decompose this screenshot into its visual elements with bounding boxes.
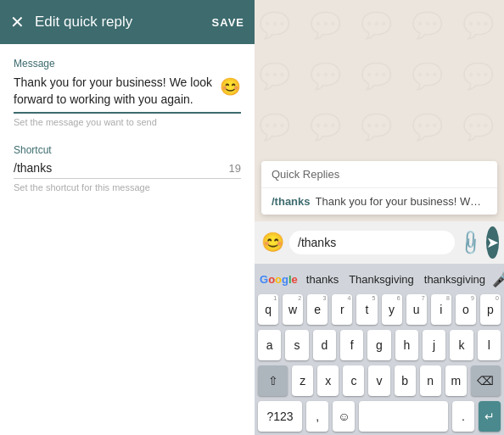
space-key[interactable] (359, 401, 447, 432)
key-row-2: a s d f g h j k l (258, 330, 501, 360)
key-w[interactable]: w2 (283, 294, 303, 325)
google-logo: Google (260, 273, 298, 286)
send-button[interactable]: ➤ (486, 226, 499, 259)
key-s[interactable]: s (285, 330, 308, 360)
quick-replies-popup: Quick Replies /thanks Thank you for your… (261, 161, 497, 215)
quick-reply-text: Thank you for your business! We look for… (316, 195, 487, 208)
chat-input-bar: 😊 📎 ➤ (255, 221, 504, 264)
key-g[interactable]: g (367, 330, 390, 360)
key-y[interactable]: y6 (382, 294, 402, 325)
key-c[interactable]: c (343, 365, 364, 396)
close-icon[interactable]: ✕ (10, 12, 25, 32)
bottom-key-row: ?123 , ☺ . ↵ (256, 401, 502, 435)
key-rows: q1 w2 e3 r4 t5 y6 u7 i8 o9 p0 a s d f g … (256, 291, 502, 401)
mic-icon[interactable]: 🎤 (492, 270, 504, 288)
key-d[interactable]: d (313, 330, 336, 360)
key-b[interactable]: b (395, 365, 416, 396)
save-button[interactable]: SAVE (212, 16, 244, 29)
key-a[interactable]: a (258, 330, 281, 360)
key-p[interactable]: p0 (480, 294, 501, 325)
suggestions-bar: Google thanks Thanksgiving thanksgiving … (256, 267, 502, 291)
page-title: Edit quick reply (35, 14, 202, 31)
num-key[interactable]: ?123 (258, 401, 302, 432)
comma-key[interactable]: , (306, 401, 328, 432)
key-l[interactable]: l (478, 330, 501, 360)
quick-replies-header: Quick Replies (261, 161, 497, 188)
chat-text-input[interactable] (289, 231, 455, 254)
chat-background (255, 0, 504, 154)
suggestion-1[interactable]: thanks (303, 271, 342, 287)
key-e[interactable]: e3 (307, 294, 328, 325)
enter-key[interactable]: ↵ (479, 401, 501, 432)
key-n[interactable]: n (420, 365, 441, 396)
message-field-row: Thank you for your business! We look for… (14, 75, 241, 114)
key-h[interactable]: h (395, 330, 418, 360)
key-t[interactable]: t5 (356, 294, 377, 325)
key-j[interactable]: j (423, 330, 445, 360)
suggestion-3[interactable]: thanksgiving (421, 271, 489, 287)
quick-reply-shortcut: /thanks (272, 195, 311, 208)
message-hint: Set the message you want to send (14, 117, 241, 127)
key-row-1: q1 w2 e3 r4 t5 y6 u7 i8 o9 p0 (258, 294, 501, 325)
key-r[interactable]: r4 (332, 294, 352, 325)
attach-icon[interactable]: 📎 (456, 228, 485, 258)
keyboard: Google thanks Thanksgiving thanksgiving … (255, 264, 504, 435)
key-x[interactable]: x (317, 365, 339, 396)
emoji-key[interactable]: ☺ (333, 401, 355, 432)
message-label: Message (14, 58, 241, 70)
backspace-key[interactable]: ⌫ (471, 365, 501, 396)
right-panel: Quick Replies /thanks Thank you for your… (255, 0, 504, 435)
suggestion-2[interactable]: Thanksgiving (345, 271, 417, 287)
key-o[interactable]: o9 (456, 294, 476, 325)
send-icon: ➤ (486, 233, 499, 252)
key-q[interactable]: q1 (258, 294, 278, 325)
left-body: Message Thank you for your business! We … (0, 44, 255, 435)
left-header: ✕ Edit quick reply SAVE (0, 0, 255, 44)
shift-key[interactable]: ⇧ (258, 365, 288, 396)
shortcut-input[interactable] (14, 161, 229, 175)
emoji-icon[interactable]: 😊 (220, 76, 241, 97)
key-z[interactable]: z (292, 365, 313, 396)
shortcut-count: 19 (229, 162, 241, 175)
key-i[interactable]: i8 (431, 294, 451, 325)
key-f[interactable]: f (340, 330, 363, 360)
key-m[interactable]: m (445, 365, 467, 396)
shortcut-section: Shortcut 19 Set the shortcut for this me… (14, 144, 241, 192)
chat-emoji-icon[interactable]: 😊 (261, 231, 284, 254)
key-u[interactable]: u7 (406, 294, 427, 325)
quick-reply-item[interactable]: /thanks Thank you for your business! We … (261, 188, 497, 215)
period-key[interactable]: . (452, 401, 474, 432)
key-k[interactable]: k (450, 330, 473, 360)
shortcut-hint: Set the shortcut for this message (14, 182, 241, 192)
key-v[interactable]: v (368, 365, 389, 396)
message-input[interactable]: Thank you for your business! We look for… (14, 75, 220, 109)
shortcut-label: Shortcut (14, 144, 241, 156)
key-row-3: ⇧ z x c v b n m ⌫ (258, 365, 501, 396)
shortcut-row: 19 (14, 161, 241, 179)
left-panel: ✕ Edit quick reply SAVE Message Thank yo… (0, 0, 255, 435)
